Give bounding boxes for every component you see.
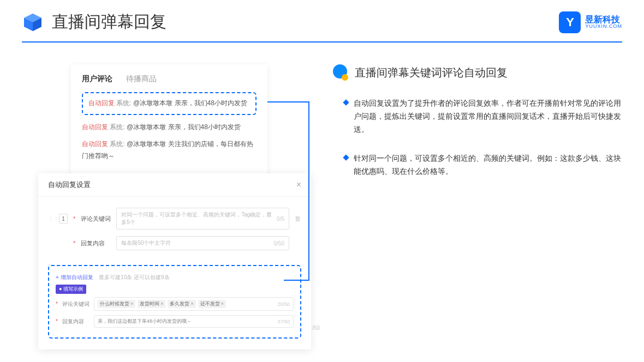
comment-row: 自动回复 系统: @冰墩墩本墩 关注我们的店铺，每日都有热门推荐哟～ — [82, 138, 257, 162]
comment-row: 自动回复 系统: @冰墩墩本墩 亲亲，我们48小时内发货 — [82, 122, 257, 134]
tab-pending-goods[interactable]: 待播商品 — [126, 74, 157, 84]
logo-en: YUUXIN.COM — [585, 24, 622, 29]
example-content-field[interactable]: 亲，我们这边都是下单48小时内发货的哦～ 37/50 — [94, 315, 294, 328]
keyword-tag[interactable]: 发货时间 — [138, 300, 165, 308]
side-counter: /50 — [312, 325, 320, 331]
modal-title: 自动回复设置 — [48, 180, 91, 190]
comment-text: @冰墩墩本墩 亲亲，我们48小时内发货 — [133, 99, 247, 107]
illustration-column: 用户评论 待播商品 自动回复 系统: @冰墩墩本墩 亲亲，我们48小时内发货 自… — [38, 64, 311, 326]
add-auto-reply-link[interactable]: + 增加自动回复 — [56, 274, 93, 280]
brand-logo: Y 昱新科技 YUUXIN.COM — [559, 11, 622, 33]
required-marker: * — [73, 240, 75, 246]
keyword-tag[interactable]: 还不发货 — [198, 300, 226, 308]
diamond-bullet-icon — [343, 155, 349, 161]
drag-handle-icon[interactable]: ⋮⋮ — [48, 216, 53, 222]
keyword-tag[interactable]: 多久发货 — [168, 300, 195, 308]
keyword-input[interactable]: 对同一个问题，可设置多个相近、高频的关键词，Tag确定，最多5个 0/5 — [116, 208, 289, 230]
system-label: 系统: — [116, 99, 131, 107]
connector-line — [267, 101, 308, 102]
bullet-point: 自动回复设置为了提升作者的评论回复效率，作者可在开播前针对常见的评论用户问题，提… — [333, 97, 622, 136]
required-marker: * — [73, 215, 75, 222]
example-section: + 增加自动回复 最多可建10条 还可以创建9条 ● 填写示例 * 评论关键词 … — [48, 265, 301, 339]
close-icon[interactable]: × — [296, 180, 301, 190]
content-input[interactable]: 每条限50个中文字符 0/50 — [116, 236, 289, 250]
page-header: 直播间弹幕回复 Y 昱新科技 YUUXIN.COM — [0, 0, 644, 33]
logo-badge: Y — [559, 11, 581, 33]
example-keyword-field[interactable]: 什么时候发货 发货时间 多久发货 还不发货 20/50 — [94, 297, 294, 311]
cube-icon — [22, 11, 44, 33]
auto-reply-settings-modal: 自动回复设置 × ⋮⋮ 1 * 评论关键词 对同一个问题，可设置多个相近、高频的… — [38, 173, 311, 349]
bullet-point: 针对同一个问题，可设置多个相近的、高频的关键词。例如：这款多少钱、这块能优惠吗、… — [333, 152, 622, 178]
delete-icon[interactable]: 🗑 — [295, 215, 301, 222]
highlighted-comment: 自动回复 系统: @冰墩墩本墩 亲亲，我们48小时内发货 — [82, 92, 257, 115]
comment-panel: 用户评论 待播商品 自动回复 系统: @冰墩墩本墩 亲亲，我们48小时内发货 自… — [71, 64, 267, 189]
add-hint: 最多可建10条 还可以创建9条 — [99, 274, 169, 280]
tab-user-comments[interactable]: 用户评论 — [82, 74, 112, 84]
example-content-label: 回复内容 — [62, 318, 90, 325]
example-badge: ● 填写示例 — [56, 285, 86, 294]
page-title: 直播间弹幕回复 — [52, 11, 166, 33]
diamond-bullet-icon — [343, 99, 349, 105]
description-column: 直播间弹幕关键词评论自动回复 自动回复设置为了提升作者的评论回复效率，作者可在开… — [333, 64, 622, 326]
section-title: 直播间弹幕关键词评论自动回复 — [355, 65, 508, 80]
content-label: 回复内容 — [81, 239, 111, 248]
example-keyword-label: 评论关键词 — [62, 300, 90, 308]
logo-cn: 昱新科技 — [585, 15, 622, 25]
keyword-tag[interactable]: 什么时候发货 — [98, 300, 135, 308]
keyword-label: 评论关键词 — [81, 215, 111, 223]
order-number: 1 — [59, 214, 68, 224]
bubble-icon — [333, 64, 349, 81]
auto-reply-tag: 自动回复 — [88, 99, 115, 107]
